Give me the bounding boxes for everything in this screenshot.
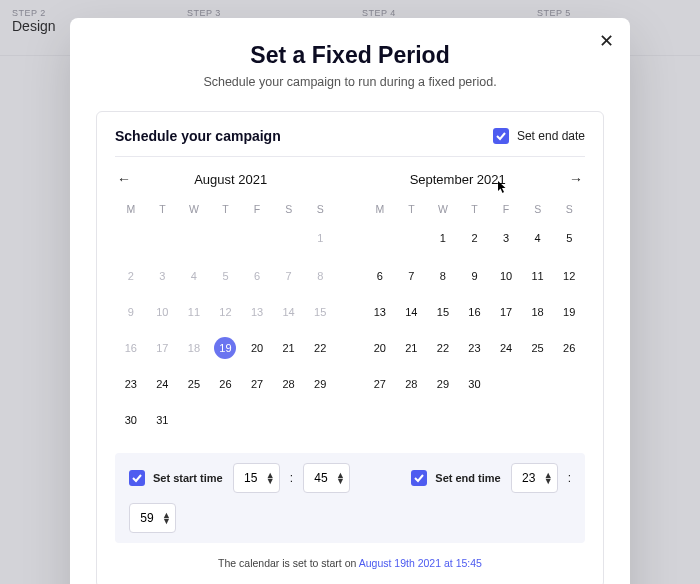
calendar-left: MTWTFSS123456789101112131415161718192021… (115, 199, 336, 435)
start-minute-stepper[interactable]: 45 ▲▼ (303, 463, 350, 493)
dow-header: W (427, 199, 459, 219)
calendar-day[interactable]: 28 (396, 369, 428, 399)
dow-header: S (553, 199, 585, 219)
dow-header: F (490, 199, 522, 219)
next-month-button[interactable]: → (567, 171, 585, 187)
calendar-day[interactable]: 22 (427, 333, 459, 363)
calendar-day[interactable]: 8 (427, 261, 459, 291)
close-icon: ✕ (599, 31, 614, 51)
calendar-day[interactable]: 28 (273, 369, 305, 399)
calendar-day[interactable]: 3 (147, 261, 179, 291)
fixed-period-modal: ✕ Set a Fixed Period Schedule your campa… (70, 18, 630, 584)
checkbox-checked-icon (411, 470, 427, 486)
calendar-day[interactable]: 31 (147, 405, 179, 435)
calendar-day[interactable]: 12 (210, 297, 242, 327)
dow-header: S (273, 199, 305, 219)
dow-header: T (396, 199, 428, 219)
set-end-time-label: Set end time (435, 472, 500, 484)
dow-header: W (178, 199, 210, 219)
calendar-day[interactable]: 16 (459, 297, 491, 327)
dow-header: M (115, 199, 147, 219)
calendar-day[interactable]: 13 (364, 297, 396, 327)
calendar-day[interactable]: 30 (459, 369, 491, 399)
calendar-day[interactable]: 15 (427, 297, 459, 327)
calendar-day[interactable]: 26 (553, 333, 585, 363)
calendar-day[interactable]: 13 (241, 297, 273, 327)
calendar-day[interactable]: 1 (304, 223, 336, 255)
calendar-day[interactable]: 11 (522, 261, 554, 291)
calendar-nav: ← August 2021 September 2021 → (115, 171, 585, 187)
calendar-day[interactable]: 19 (553, 297, 585, 327)
calendar-day[interactable]: 27 (364, 369, 396, 399)
calendar-day[interactable]: 22 (304, 333, 336, 363)
calendar-day[interactable]: 9 (459, 261, 491, 291)
set-start-time-toggle[interactable]: Set start time (129, 470, 223, 486)
time-bar: Set start time 15 ▲▼ : 45 ▲▼ Set end tim… (115, 453, 585, 543)
calendar-day[interactable]: 6 (241, 261, 273, 291)
calendar-day[interactable]: 11 (178, 297, 210, 327)
calendar-day[interactable]: 1 (427, 223, 459, 255)
calendar-day[interactable]: 25 (522, 333, 554, 363)
calendar-day[interactable]: 10 (490, 261, 522, 291)
right-month-title: September 2021 (410, 172, 506, 187)
set-end-date-toggle[interactable]: Set end date (493, 128, 585, 144)
left-month-title: August 2021 (194, 172, 267, 187)
calendar-day[interactable]: 10 (147, 297, 179, 327)
calendar-day[interactable]: 23 (115, 369, 147, 399)
dow-header: T (210, 199, 242, 219)
panel-header: Schedule your campaign Set end date (115, 128, 585, 157)
stepper-arrows-icon: ▲▼ (336, 472, 345, 484)
dow-header: S (304, 199, 336, 219)
calendar-day[interactable]: 21 (273, 333, 305, 363)
summary-link[interactable]: August 19th 2021 at 15:45 (359, 557, 482, 569)
calendar-day[interactable]: 19 (210, 333, 242, 363)
dow-header: T (459, 199, 491, 219)
calendar-day[interactable]: 21 (396, 333, 428, 363)
calendar-day[interactable]: 12 (553, 261, 585, 291)
stepper-arrows-icon: ▲▼ (544, 472, 553, 484)
calendar-day[interactable]: 24 (147, 369, 179, 399)
end-minute-stepper[interactable]: 59 ▲▼ (129, 503, 176, 533)
calendar-day[interactable]: 3 (490, 223, 522, 255)
calendar-day[interactable]: 16 (115, 333, 147, 363)
calendar-day[interactable]: 4 (522, 223, 554, 255)
calendar-day[interactable]: 27 (241, 369, 273, 399)
end-hour-value: 23 (520, 471, 538, 485)
calendar-day[interactable]: 20 (364, 333, 396, 363)
calendar-day[interactable]: 7 (273, 261, 305, 291)
calendar-day[interactable]: 30 (115, 405, 147, 435)
calendar-day[interactable]: 2 (459, 223, 491, 255)
calendar-day[interactable]: 23 (459, 333, 491, 363)
set-end-time-toggle[interactable]: Set end time (411, 470, 500, 486)
calendar-day[interactable]: 24 (490, 333, 522, 363)
prev-month-button[interactable]: ← (115, 171, 133, 187)
calendar-day[interactable]: 25 (178, 369, 210, 399)
calendar-day[interactable]: 29 (427, 369, 459, 399)
calendar-day[interactable]: 18 (522, 297, 554, 327)
calendar-day[interactable]: 8 (304, 261, 336, 291)
calendar-day[interactable]: 4 (178, 261, 210, 291)
start-hour-stepper[interactable]: 15 ▲▼ (233, 463, 280, 493)
end-hour-stepper[interactable]: 23 ▲▼ (511, 463, 558, 493)
start-minute-value: 45 (312, 471, 330, 485)
calendar-day[interactable]: 7 (396, 261, 428, 291)
calendar-day[interactable]: 18 (178, 333, 210, 363)
calendar-day[interactable]: 15 (304, 297, 336, 327)
set-start-time-label: Set start time (153, 472, 223, 484)
time-colon: : (290, 471, 293, 485)
calendar-day[interactable]: 2 (115, 261, 147, 291)
calendar-day[interactable]: 9 (115, 297, 147, 327)
calendar-day[interactable]: 14 (273, 297, 305, 327)
panel-title: Schedule your campaign (115, 128, 281, 144)
calendar-day[interactable]: 14 (396, 297, 428, 327)
calendar-day[interactable]: 17 (490, 297, 522, 327)
calendar-day[interactable]: 17 (147, 333, 179, 363)
calendar-day[interactable]: 5 (553, 223, 585, 255)
close-button[interactable]: ✕ (599, 32, 614, 50)
calendar-day[interactable]: 26 (210, 369, 242, 399)
calendar-day[interactable]: 29 (304, 369, 336, 399)
calendar-day[interactable]: 6 (364, 261, 396, 291)
modal-subtitle: Schedule your campaign to run during a f… (96, 75, 604, 89)
calendar-day[interactable]: 5 (210, 261, 242, 291)
calendar-day[interactable]: 20 (241, 333, 273, 363)
